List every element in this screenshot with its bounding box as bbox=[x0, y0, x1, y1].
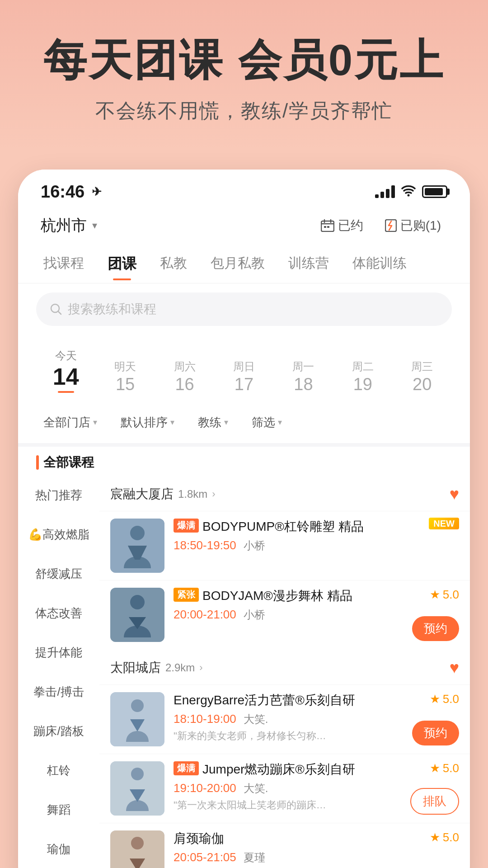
course-thumbnail-2 bbox=[110, 588, 164, 642]
category-trampoline[interactable]: 蹦床/踏板 bbox=[18, 712, 99, 751]
search-bar[interactable]: 搜索教练和课程 bbox=[36, 292, 452, 326]
course-rating-2: ★ 5.0 bbox=[430, 588, 459, 602]
category-stress[interactable]: 舒缓减压 bbox=[18, 554, 99, 594]
lightning-icon bbox=[385, 219, 397, 232]
filter-row: 全部门店 ▾ 默认排序 ▾ 教练 ▾ 筛选 ▾ bbox=[18, 406, 470, 443]
course-desc-4: "第一次来太阳城上笑老师的蹦床课... bbox=[174, 798, 327, 812]
course-info-5: 肩颈瑜伽 20:05-21:05 夏瑾 bbox=[174, 830, 459, 868]
star-icon: ★ bbox=[430, 588, 440, 602]
category-yoga[interactable]: 瑜伽 bbox=[18, 830, 99, 868]
category-fitness[interactable]: 提升体能 bbox=[18, 633, 99, 672]
course-thumbnail-4 bbox=[110, 761, 164, 816]
book-button-2[interactable]: 预约 bbox=[412, 616, 459, 641]
tag-full-2: 爆满 bbox=[174, 761, 199, 775]
tab-find-course[interactable]: 找课程 bbox=[32, 247, 96, 283]
course-card-1: 爆满 BODYPUMP®杠铃雕塑 精品 18:50-19:50 小桥 NEW bbox=[99, 511, 470, 580]
course-card-3: EnergyBarre活力芭蕾®乐刻自研 18:10-19:00 大笑. "新来… bbox=[99, 684, 470, 754]
filter-sort[interactable]: 默认排序 ▾ bbox=[113, 411, 182, 434]
search-icon bbox=[50, 303, 62, 316]
tab-training-camp[interactable]: 训练营 bbox=[277, 247, 341, 283]
hero-section: 每天团课 会员0元上 不会练不用慌，教练/学员齐帮忙 bbox=[0, 0, 488, 151]
svg-rect-3 bbox=[327, 226, 329, 228]
course-thumbnail-3 bbox=[110, 692, 164, 746]
date-tomorrow[interactable]: 明天 15 bbox=[95, 355, 155, 397]
wifi-icon bbox=[401, 184, 416, 200]
status-bar: 16:46 ✈ bbox=[18, 170, 470, 209]
course-list: 宸融大厦店 1.8km › ♥ 爆 bbox=[99, 476, 470, 868]
tab-fitness-training[interactable]: 体能训练 bbox=[341, 247, 418, 283]
chevron-down-icon: ▾ bbox=[170, 417, 174, 427]
category-dance[interactable]: 舞蹈 bbox=[18, 790, 99, 830]
date-today[interactable]: 今天 14 bbox=[36, 344, 95, 397]
store-header-1: 宸融大厦店 1.8km › ♥ bbox=[99, 476, 470, 511]
course-card-2: 紧张 BODYJAM®漫步舞林 精品 20:00-21:00 小桥 ★ 5.0 … bbox=[99, 580, 470, 649]
svg-rect-2 bbox=[324, 226, 326, 228]
date-tue[interactable]: 周二 19 bbox=[333, 355, 392, 397]
filter-more[interactable]: 筛选 ▾ bbox=[244, 411, 289, 434]
all-courses-label: 全部课程 bbox=[18, 447, 470, 476]
header-actions: 已约 已购(1) bbox=[314, 213, 447, 238]
main-content: 热门推荐 💪高效燃脂 舒缓减压 体态改善 提升体能 拳击/搏击 蹦床/踏板 杠铃 bbox=[18, 476, 470, 868]
queue-button-4[interactable]: 排队 bbox=[410, 788, 459, 815]
course-rating-5: ★ 5.0 bbox=[430, 830, 459, 844]
star-icon: ★ bbox=[430, 830, 440, 844]
tag-tight: 紧张 bbox=[174, 588, 199, 602]
svg-point-15 bbox=[131, 837, 144, 849]
date-wed[interactable]: 周三 20 bbox=[393, 355, 452, 397]
favorite-icon-2[interactable]: ♥ bbox=[450, 658, 459, 677]
phone-container: 16:46 ✈ 杭 bbox=[18, 170, 470, 868]
date-mon[interactable]: 周一 18 bbox=[274, 355, 333, 397]
location-button[interactable]: 杭州市 ▾ bbox=[41, 215, 97, 236]
status-icons bbox=[375, 184, 447, 200]
status-time: 16:46 ✈ bbox=[41, 182, 102, 202]
divider bbox=[18, 443, 470, 447]
date-sat[interactable]: 周六 16 bbox=[155, 355, 214, 397]
course-thumbnail-1 bbox=[110, 519, 164, 573]
nav-tabs: 找课程 团课 私教 包月私教 训练营 体能训练 bbox=[18, 247, 470, 283]
chevron-down-icon: ▾ bbox=[224, 417, 228, 427]
chevron-down-icon: ▾ bbox=[278, 417, 282, 427]
category-boxing[interactable]: 拳击/搏击 bbox=[18, 672, 99, 712]
svg-point-13 bbox=[131, 768, 144, 780]
purchased-button[interactable]: 已购(1) bbox=[379, 213, 447, 238]
category-barbell[interactable]: 杠铃 bbox=[18, 751, 99, 790]
store-header-2: 太阳城店 2.9km › ♥ bbox=[99, 649, 470, 684]
favorite-icon[interactable]: ♥ bbox=[450, 485, 459, 504]
chevron-right-icon: › bbox=[199, 662, 202, 674]
booked-button[interactable]: 已约 bbox=[314, 213, 370, 238]
tab-group-class[interactable]: 团课 bbox=[96, 247, 148, 283]
date-sun[interactable]: 周日 17 bbox=[214, 355, 273, 397]
location-arrow-icon: ✈ bbox=[92, 185, 102, 199]
hero-subtitle: 不会练不用慌，教练/学员齐帮忙 bbox=[27, 98, 461, 124]
category-posture[interactable]: 体态改善 bbox=[18, 594, 99, 633]
course-card-4: 爆满 Jumper燃动蹦床®乐刻自研 19:10-20:00 大笑. "第一次来… bbox=[99, 754, 470, 823]
app-header: 杭州市 ▾ 已约 已购(1) bbox=[18, 209, 470, 247]
course-rating-4: ★ 5.0 bbox=[430, 761, 459, 775]
svg-point-0 bbox=[408, 194, 410, 196]
category-fat-burn[interactable]: 💪高效燃脂 bbox=[18, 515, 99, 554]
course-card-5: 肩颈瑜伽 20:05-21:05 夏瑾 ★ 5.0 bbox=[99, 823, 470, 868]
course-desc-3: "新来的美女老师，身材修长匀称，教... bbox=[174, 729, 327, 743]
tag-new-badge: NEW bbox=[429, 519, 459, 529]
filter-all-stores[interactable]: 全部门店 ▾ bbox=[36, 411, 104, 434]
course-thumbnail-5 bbox=[110, 830, 164, 868]
category-hot[interactable]: 热门推荐 bbox=[18, 476, 99, 515]
hero-title: 每天团课 会员0元上 bbox=[27, 36, 461, 84]
chevron-right-icon: › bbox=[212, 488, 215, 500]
filter-coach[interactable]: 教练 ▾ bbox=[191, 411, 235, 434]
location-dropdown-icon: ▾ bbox=[92, 220, 97, 231]
tab-private[interactable]: 私教 bbox=[148, 247, 199, 283]
star-icon: ★ bbox=[430, 692, 440, 706]
tag-full: 爆满 bbox=[174, 519, 199, 533]
category-sidebar: 热门推荐 💪高效燃脂 舒缓减压 体态改善 提升体能 拳击/搏击 蹦床/踏板 杠铃 bbox=[18, 476, 99, 868]
book-button-3[interactable]: 预约 bbox=[412, 721, 459, 745]
svg-point-11 bbox=[131, 699, 144, 712]
svg-point-7 bbox=[130, 526, 145, 540]
tab-monthly-private[interactable]: 包月私教 bbox=[199, 247, 277, 283]
star-icon: ★ bbox=[430, 761, 440, 775]
course-info-1: 爆满 BODYPUMP®杠铃雕塑 精品 18:50-19:50 小桥 bbox=[174, 519, 459, 556]
course-rating-3: ★ 5.0 bbox=[430, 692, 459, 706]
search-placeholder: 搜索教练和课程 bbox=[68, 301, 156, 318]
chevron-down-icon: ▾ bbox=[93, 417, 97, 427]
signal-icon bbox=[375, 185, 395, 198]
